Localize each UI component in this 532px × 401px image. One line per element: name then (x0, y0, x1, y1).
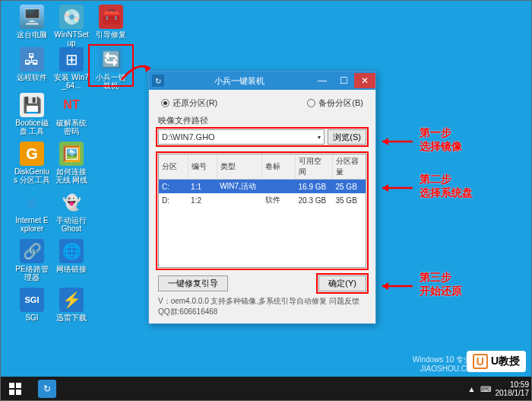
icon-install-win7[interactable]: ⊞安装 Win7_64... (53, 47, 90, 90)
status-text: V：oem4.0.0.0 支持多种镜像,多系统引导自动修复 问题反馈QQ群:60… (158, 296, 366, 317)
ok-button[interactable]: 确定(Y) (318, 275, 366, 291)
col-size: 分区容量 (332, 154, 366, 180)
table-row[interactable]: D: 1:2 软件 20.3 GB 35 GB (159, 193, 366, 207)
titlebar[interactable]: ↻ 小兵一键装机 — ☐ ✕ (149, 72, 375, 90)
icon-boot-repair[interactable]: 🧰引导修复 (93, 5, 129, 39)
icon-ghost[interactable]: 👻手动运行 Ghost (53, 190, 90, 233)
col-type: 类型 (217, 154, 262, 180)
col-partition: 分区 (159, 154, 188, 180)
anno-step3: 第三步开始还原 (420, 271, 462, 298)
icon-ie[interactable]: eInternet Explorer (14, 190, 50, 233)
anno-step1: 第一步选择镜像 (420, 126, 462, 154)
svg-rect-1 (16, 383, 21, 388)
col-id: 编号 (188, 154, 217, 180)
col-label: 卷标 (262, 154, 296, 180)
table-row[interactable]: C: 1:1 WIN7,活动 16.9 GB 25 GB (159, 180, 366, 193)
icon-this-pc[interactable]: 🖥️这台电脑 (14, 5, 50, 39)
arrow-step1 (376, 134, 414, 149)
icon-sgi[interactable]: SGISGI (14, 288, 50, 322)
taskbar: ↻ ▲ ⌨ 10:592018/1/17 (0, 377, 532, 401)
col-free: 可用空间 (296, 154, 333, 180)
minimize-button[interactable]: — (312, 73, 333, 88)
svg-rect-2 (9, 390, 14, 395)
start-button[interactable] (0, 377, 30, 401)
mode-radio-group: 还原分区(R) 备份分区(B) (158, 97, 366, 109)
system-tray[interactable]: ▲ ⌨ 10:592018/1/17 (468, 380, 532, 397)
image-path-input[interactable]: D:\WIN7.GHO ▾ (158, 129, 325, 145)
radio-icon (307, 99, 315, 107)
browse-button[interactable]: 浏览(S) (328, 129, 366, 145)
taskbar-app[interactable]: ↻ (32, 377, 62, 401)
windows-icon (9, 383, 21, 395)
maximize-button[interactable]: ☐ (333, 73, 354, 88)
partition-table[interactable]: 分区 编号 类型 卷标 可用空间 分区容量 C: 1:1 WIN7,活动 16.… (158, 154, 366, 268)
repair-boot-button[interactable]: 一键修复引导 (158, 275, 228, 291)
arrow-step2 (376, 180, 414, 196)
icon-remote[interactable]: 🖧远程软件 (14, 47, 50, 81)
icon-bootice[interactable]: 💾Bootice磁盘 工具 (14, 93, 50, 135)
arrow-to-dialog (114, 57, 156, 88)
tray-icon[interactable]: ▲ (468, 385, 476, 393)
icon-winntsetup[interactable]: 💿WinNTSetup (53, 5, 90, 47)
close-button[interactable]: ✕ (354, 73, 375, 88)
keyboard-icon[interactable]: ⌨ (480, 385, 491, 393)
svg-rect-0 (9, 383, 14, 388)
icon-netconn[interactable]: 🌐网络链接 (53, 239, 90, 273)
icon-crack-pwd[interactable]: NT破解系统密码 (53, 93, 90, 135)
dialog-title: 小兵一键装机 (167, 75, 312, 87)
radio-icon (161, 99, 169, 107)
backup-radio[interactable]: 备份分区(B) (307, 97, 363, 109)
chevron-down-icon[interactable]: ▾ (318, 134, 321, 141)
svg-rect-3 (16, 390, 21, 395)
icon-thunder[interactable]: ⚡迅雷下载 (53, 288, 90, 322)
image-path-row: D:\WIN7.GHO ▾ 浏览(S) (158, 129, 366, 145)
arrow-step3 (376, 278, 414, 294)
icon-wifi-help[interactable]: 🖼️如何连接无线 网线 (53, 142, 90, 184)
icon-netmgr[interactable]: 🔗PE络路管理器 (14, 239, 50, 282)
restore-radio[interactable]: 还原分区(R) (161, 97, 217, 109)
clock[interactable]: 10:592018/1/17 (496, 380, 530, 397)
anno-step2: 第二步选择系统盘 (420, 173, 473, 200)
icon-diskgenius[interactable]: GDiskGenius 分区工具 (14, 142, 50, 184)
image-path-label: 映像文件路径 (158, 115, 366, 126)
installer-dialog: ↻ 小兵一键装机 — ☐ ✕ 还原分区(R) 备份分区(B) 映像文件路径 D:… (148, 71, 376, 324)
logo-badge: UU教授 (467, 351, 526, 372)
